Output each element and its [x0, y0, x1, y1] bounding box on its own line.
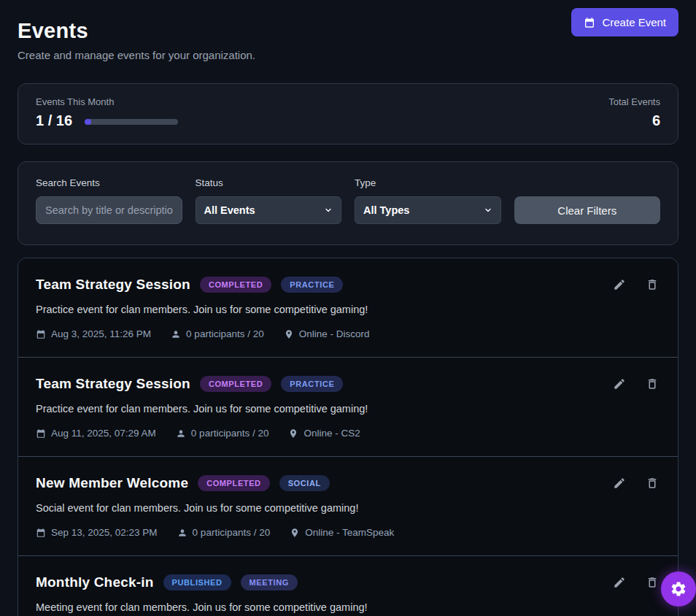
event-title: New Member Welcome — [36, 475, 188, 491]
trash-icon — [646, 382, 659, 393]
type-badge: MEETING — [241, 574, 298, 590]
event-description: Practice event for clan members. Join us… — [36, 403, 660, 415]
events-progress-bar — [85, 119, 178, 125]
page-header: Events Create and manage events for your… — [18, 0, 678, 61]
events-this-month-label: Events This Month — [36, 96, 178, 107]
person-icon — [176, 428, 186, 439]
calendar-icon — [584, 17, 595, 28]
total-events-stat: Total Events 6 — [608, 96, 660, 129]
type-select[interactable]: All Types — [355, 196, 501, 224]
edit-event-button[interactable] — [613, 477, 626, 490]
create-event-label: Create Event — [602, 16, 666, 28]
edit-event-button[interactable] — [613, 377, 626, 390]
calendar-icon — [36, 428, 46, 439]
pencil-icon — [613, 481, 626, 492]
event-title: Team Strategy Session — [36, 277, 190, 293]
events-this-month-stat: Events This Month 1 / 16 — [36, 96, 178, 129]
clear-filters-group: Clear Filters — [514, 177, 661, 224]
status-filter-group: Status All Events — [196, 177, 342, 224]
type-badge: PRACTICE — [281, 277, 343, 293]
clear-filters-button[interactable]: Clear Filters — [514, 196, 661, 224]
search-label: Search Events — [36, 177, 182, 188]
total-events-value: 6 — [608, 112, 660, 129]
event-participants: 0 participants / 20 — [177, 527, 271, 538]
page-subtitle: Create and manage events for your organi… — [18, 49, 678, 61]
search-filter-group: Search Events — [36, 177, 182, 224]
type-badge: PRACTICE — [281, 376, 343, 392]
event-description: Practice event for clan members. Join us… — [36, 304, 660, 315]
gear-icon — [670, 580, 687, 598]
status-select[interactable]: All Events — [196, 196, 342, 224]
event-card: New Member Welcome COMPLETED SOCIAL Soci… — [18, 456, 678, 555]
pencil-icon — [613, 382, 626, 393]
type-label: Type — [355, 177, 501, 188]
events-this-month-value: 1 / 16 — [36, 112, 72, 129]
trash-icon — [646, 282, 659, 293]
stats-card: Events This Month 1 / 16 Total Events 6 — [18, 83, 678, 145]
events-list: Team Strategy Session COMPLETED PRACTICE… — [18, 258, 678, 616]
status-label: Status — [196, 177, 342, 188]
type-filter-group: Type All Types — [355, 177, 501, 224]
settings-fab-button[interactable] — [661, 571, 696, 607]
delete-event-button[interactable] — [646, 576, 659, 589]
event-title: Team Strategy Session — [36, 376, 190, 392]
status-badge: COMPLETED — [200, 277, 271, 293]
edit-event-button[interactable] — [613, 278, 626, 291]
event-participants: 0 participants / 20 — [171, 328, 264, 339]
status-badge: COMPLETED — [198, 475, 269, 491]
pencil-icon — [613, 580, 626, 591]
person-icon — [171, 329, 181, 339]
trash-icon — [646, 580, 659, 591]
status-select-value: All Events — [204, 204, 255, 216]
trash-icon — [646, 481, 659, 492]
event-location: Online - TeamSpeak — [290, 527, 394, 538]
total-events-label: Total Events — [608, 96, 660, 107]
map-pin-icon — [288, 428, 298, 439]
event-description: Meeting event for clan members. Join us … — [36, 601, 660, 613]
event-participants: 0 participants / 20 — [176, 428, 269, 439]
calendar-icon — [36, 329, 46, 339]
event-card: Team Strategy Session COMPLETED PRACTICE… — [18, 357, 678, 456]
map-pin-icon — [290, 528, 300, 538]
edit-event-button[interactable] — [613, 576, 626, 589]
type-badge: SOCIAL — [279, 475, 330, 491]
event-date: Aug 3, 2025, 11:26 PM — [36, 328, 151, 339]
status-badge: COMPLETED — [200, 376, 271, 392]
delete-event-button[interactable] — [646, 278, 659, 291]
chevron-down-icon — [324, 206, 333, 215]
events-page: Events Create and manage events for your… — [0, 0, 696, 616]
event-card: Team Strategy Session COMPLETED PRACTICE… — [18, 258, 678, 357]
type-select-value: All Types — [363, 204, 409, 216]
events-progress-fill — [85, 119, 91, 125]
event-description: Social event for clan members. Join us f… — [36, 502, 660, 514]
pencil-icon — [613, 282, 626, 293]
event-date: Sep 13, 2025, 02:23 PM — [36, 527, 158, 538]
event-card: Monthly Check-in PUBLISHED MEETING Meeti… — [18, 555, 678, 616]
filters-card: Search Events Status All Events Type All… — [18, 161, 678, 245]
event-date: Aug 11, 2025, 07:29 AM — [36, 428, 156, 439]
event-location: Online - Discord — [284, 328, 370, 339]
event-location: Online - CS2 — [288, 428, 360, 439]
delete-event-button[interactable] — [646, 477, 659, 490]
status-badge: PUBLISHED — [163, 574, 231, 590]
event-title: Monthly Check-in — [36, 574, 154, 590]
search-input[interactable] — [36, 196, 182, 224]
calendar-icon — [36, 528, 46, 538]
create-event-button[interactable]: Create Event — [571, 8, 678, 36]
person-icon — [177, 528, 187, 538]
delete-event-button[interactable] — [646, 377, 659, 390]
map-pin-icon — [284, 329, 294, 339]
chevron-down-icon — [484, 206, 492, 215]
